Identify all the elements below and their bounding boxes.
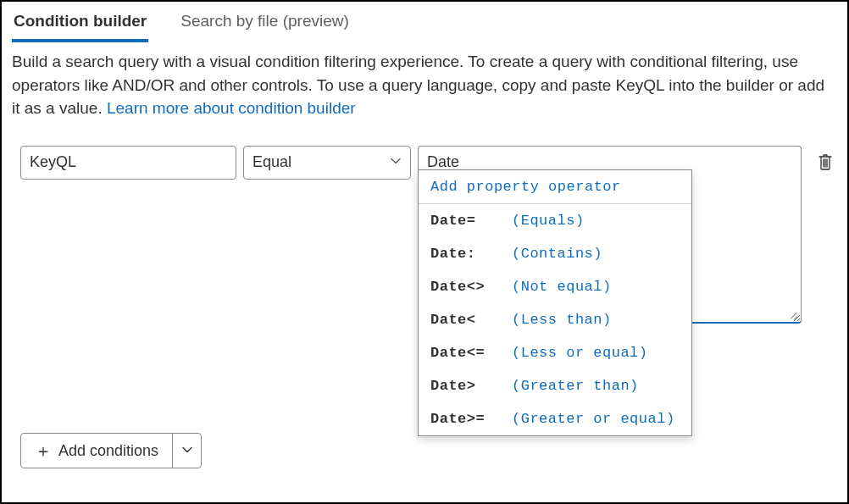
add-conditions-button[interactable]: ＋ Add conditions xyxy=(21,434,172,468)
operator-select[interactable]: Equal xyxy=(243,146,411,180)
suggestion-label: (Greater or equal) xyxy=(512,411,675,427)
suggestion-operator: Date<> xyxy=(430,279,512,295)
suggestion-item[interactable]: Date>= (Greater or equal) xyxy=(419,402,691,435)
suggestion-operator: Date: xyxy=(430,246,512,262)
suggestion-label: (Less than) xyxy=(512,312,612,328)
plus-icon: ＋ xyxy=(35,442,52,459)
tabs-bar: Condition builder Search by file (previe… xyxy=(2,2,847,42)
suggestion-operator: Date<= xyxy=(430,345,512,361)
add-conditions-chevron-button[interactable] xyxy=(172,434,201,468)
suggestion-item[interactable]: Date: (Contains) xyxy=(419,237,691,270)
suggestion-label: (Contains) xyxy=(512,246,602,262)
suggestion-item[interactable]: Date<> (Not equal) xyxy=(419,270,691,303)
chevron-down-icon xyxy=(181,442,193,460)
suggestion-label: (Not equal) xyxy=(512,279,612,295)
suggestion-operator: Date>= xyxy=(430,411,512,427)
description-text: Build a search query with a visual condi… xyxy=(2,42,847,120)
operator-suggestions-dropdown: Add property operator Date= (Equals) Dat… xyxy=(418,169,692,436)
suggestion-operator: Date< xyxy=(430,312,512,328)
tab-condition-builder[interactable]: Condition builder xyxy=(12,7,148,42)
suggestion-operator: Date> xyxy=(430,378,512,394)
operator-select-value: Equal xyxy=(252,153,291,171)
add-conditions-split-button: ＋ Add conditions xyxy=(20,433,202,468)
chevron-down-icon xyxy=(390,153,402,171)
suggestion-item[interactable]: Date> (Greater than) xyxy=(419,369,691,402)
suggestion-item[interactable]: Date< (Less than) xyxy=(419,303,691,336)
delete-icon[interactable] xyxy=(817,152,834,175)
tab-search-by-file[interactable]: Search by file (preview) xyxy=(179,7,351,41)
value-textarea-content: Date xyxy=(427,153,459,170)
suggestion-label: (Less or equal) xyxy=(512,345,648,361)
resize-handle-icon xyxy=(788,309,798,319)
condition-row: KeyQL Equal Date Add property operator D… xyxy=(20,146,837,180)
suggestion-label: (Equals) xyxy=(512,213,585,229)
suggestion-label: (Greater than) xyxy=(512,378,639,394)
learn-more-link[interactable]: Learn more about condition builder xyxy=(107,99,356,117)
add-conditions-label: Add conditions xyxy=(58,442,158,460)
property-field-value: KeyQL xyxy=(30,153,76,171)
suggestion-item[interactable]: Date= (Equals) xyxy=(419,204,691,237)
suggestion-operator: Date= xyxy=(430,213,512,229)
property-field[interactable]: KeyQL xyxy=(20,146,236,180)
suggestion-item[interactable]: Date<= (Less or equal) xyxy=(419,336,691,369)
suggestions-header: Add property operator xyxy=(419,170,691,204)
